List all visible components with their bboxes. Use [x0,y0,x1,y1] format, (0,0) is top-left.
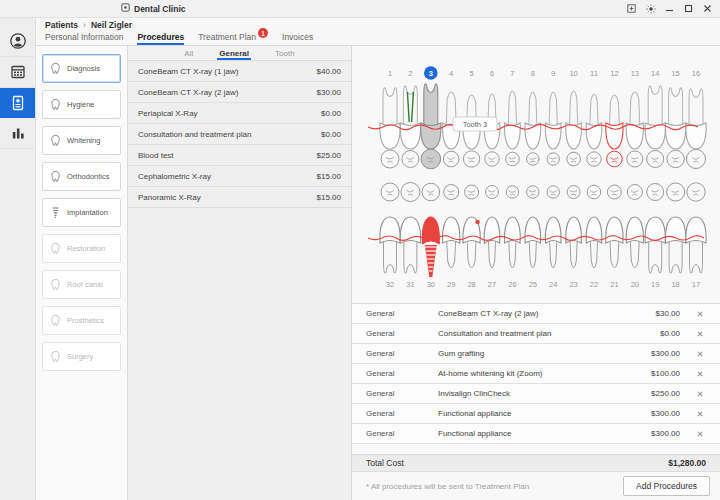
tooth-23[interactable] [566,217,582,268]
category-label: Orthodontics [67,172,110,181]
remove-row-icon[interactable]: ✕ [680,369,720,379]
categories-panel: Diagnosis Hygiene Whitening Orth [36,46,128,500]
category-label: Implantation [67,208,108,217]
tooth-2[interactable] [400,86,420,149]
tooth-32[interactable] [380,217,400,273]
procedure-row[interactable]: Panoramic X-Ray $15.00 [128,187,351,208]
category-button[interactable]: Whitening [42,126,121,155]
patient-card-icon [9,94,27,112]
tooth-10[interactable] [566,91,582,149]
category-button[interactable]: Implantation [42,198,121,227]
teeth-chart[interactable]: 12345678910111213141516Tooth 33231302928… [352,46,720,303]
tooth-28[interactable] [463,217,480,268]
nav-patients[interactable] [0,88,35,118]
nav-profile[interactable] [0,26,35,57]
procedure-row[interactable]: Cephalometric X-ray $15.00 [128,166,351,187]
selected-procedure-row[interactable]: General Functional appliance $300.00 ✕ [352,404,720,424]
add-procedures-button[interactable]: Add Procedures [623,476,710,496]
tooth-18[interactable] [665,217,685,273]
svg-text:8: 8 [531,69,535,78]
tooth-24[interactable] [545,217,561,268]
procedure-row[interactable]: ConeBeam CT X-ray (2 jaw) $30.00 [128,82,351,103]
tooth-11[interactable] [586,94,602,149]
category-button[interactable]: Diagnosis [42,54,121,83]
procedure-price: $40.00 [317,67,341,76]
remove-row-icon[interactable]: ✕ [680,309,720,319]
tooth-22[interactable] [586,217,602,268]
tooth-27[interactable] [484,217,500,268]
panel-footer: * All procedures will be sent to Treatme… [352,472,720,500]
tooth-1[interactable] [380,88,400,149]
treatment-plan-badge: 1 [258,28,268,38]
remove-row-icon[interactable]: ✕ [680,349,720,359]
tooth-29[interactable] [443,217,460,268]
main-tab[interactable]: Treatment Plan1 [198,32,268,46]
main-tab[interactable]: Invoices [282,32,313,45]
main-tab[interactable]: Personal Information [45,32,123,45]
main-tab[interactable]: Procedures [137,32,184,45]
procedure-filter-tabs: All General Tooth [128,46,351,61]
svg-text:19: 19 [651,280,659,289]
svg-text:30: 30 [427,280,435,289]
tooth-9[interactable] [545,92,561,149]
tooth-25[interactable] [525,217,541,268]
procedure-row[interactable]: ConeBeam CT X-ray (1 jaw) $40.00 [128,61,351,82]
widgets-icon[interactable] [622,1,641,16]
breadcrumb-patient-name: Neil Zigler [91,20,132,30]
filter-tab[interactable]: Tooth [273,49,297,60]
remove-row-icon[interactable]: ✕ [680,409,720,419]
procedure-row[interactable]: Consultation and treatment plan $0.00 [128,124,351,145]
remove-row-icon[interactable]: ✕ [680,429,720,439]
tooth-16[interactable] [686,89,706,149]
category-button[interactable]: Root canal [42,270,121,299]
svg-text:10: 10 [569,69,577,78]
nav-reports[interactable] [0,118,35,149]
selected-procedure-price: $0.00 [622,329,680,338]
tooth-13[interactable] [626,92,643,149]
selected-procedure-row[interactable]: General Consultation and treatment plan … [352,324,720,344]
titlebar: Dental Clinic [0,0,720,18]
selected-procedure-row[interactable]: General Invisalign ClinCheck $250.00 ✕ [352,384,720,404]
remove-row-icon[interactable]: ✕ [680,329,720,339]
tooth-14[interactable] [645,86,665,149]
tooth-26[interactable] [505,217,521,268]
close-button[interactable] [698,1,717,16]
procedure-row[interactable]: Blood test $25.00 [128,145,351,166]
tooth-12[interactable] [606,95,623,149]
category-label: Restoration [67,244,105,253]
selected-procedure-row[interactable]: General Gum grafting $300.00 ✕ [352,344,720,364]
remove-row-icon[interactable]: ✕ [680,389,720,399]
tooth-21[interactable] [606,217,623,268]
procedure-row[interactable]: Periapical X-Ray $0.00 [128,103,351,124]
category-button[interactable]: Prosthetics [42,306,121,335]
nav-schedule[interactable] [0,57,35,88]
filter-tab[interactable]: All [182,49,195,60]
theme-sun-icon[interactable] [641,1,660,16]
selected-procedure-row[interactable]: General At-home whitening kit (Zoom) $10… [352,364,720,384]
tooth-20[interactable] [626,217,643,268]
tooth-19[interactable] [645,217,665,273]
tooth-8[interactable] [525,92,541,149]
tooth-31[interactable] [400,217,420,273]
breadcrumb-patients[interactable]: Patients [45,20,78,30]
category-button[interactable]: Restoration [42,234,121,263]
category-button[interactable]: Orthodontics [42,162,121,191]
procedure-price: $25.00 [317,151,341,160]
tooth-17[interactable] [686,217,706,273]
procedure-name: Consultation and treatment plan [138,130,251,139]
filter-tab[interactable]: General [217,49,251,60]
category-button[interactable]: Hygiene [42,90,121,119]
tooth-7[interactable] [505,91,521,149]
selected-procedure-row[interactable]: General Functional appliance $300.00 ✕ [352,424,720,444]
svg-text:3: 3 [429,69,433,78]
teeth-chart-area: 12345678910111213141516Tooth 33231302928… [352,46,720,303]
tooth-30-implant[interactable] [422,217,439,277]
tooth-3[interactable] [421,84,441,149]
category-button[interactable]: Surgery [42,342,121,371]
minimize-button[interactable] [660,1,679,16]
svg-text:31: 31 [406,280,414,289]
selected-procedure-row[interactable]: General ConeBeam CT X-ray (2 jaw) $30.00… [352,304,720,324]
tooth-15[interactable] [665,88,685,149]
maximize-button[interactable] [679,1,698,16]
selected-procedure-name: ConeBeam CT X-ray (2 jaw) [438,309,622,318]
